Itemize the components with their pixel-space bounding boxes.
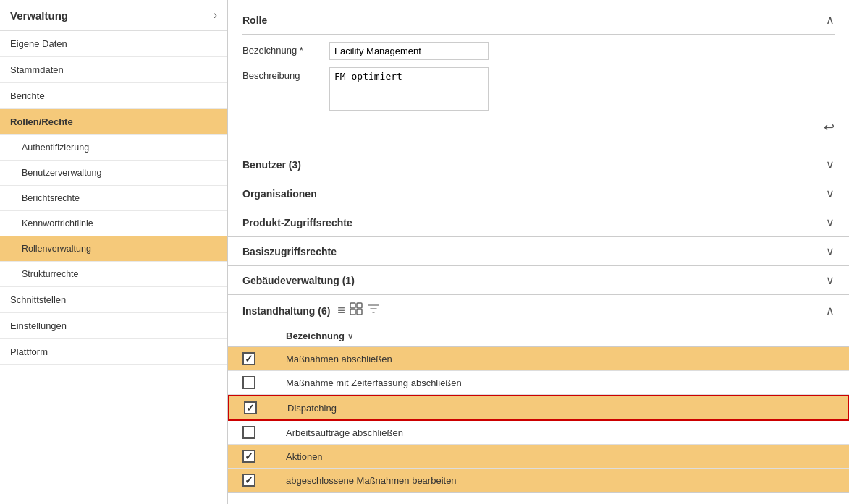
table-row-row-1[interactable]: ✓Maßnahmen abschließen bbox=[228, 347, 849, 371]
rolle-collapse-icon[interactable]: ∧ bbox=[826, 13, 835, 27]
accordion-header-benutzer[interactable]: Benutzer (3) ∨ bbox=[228, 150, 849, 179]
checkbox-col-header bbox=[242, 330, 286, 341]
sidebar-item-berichte[interactable]: Berichte bbox=[0, 83, 227, 109]
rolle-section: Rolle ∧ Bezeichnung * Beschreibung FM op… bbox=[228, 0, 849, 150]
sidebar-item-benutzerverwaltung[interactable]: Benutzerverwaltung bbox=[0, 161, 227, 186]
sidebar-item-plattform[interactable]: Plattform bbox=[0, 339, 227, 365]
row-label-row-4: Arbeitsaufträge abschließen bbox=[286, 427, 835, 438]
table-row-row-3[interactable]: ✓Dispatching bbox=[228, 395, 849, 421]
accordion-arrow-organisationen[interactable]: ∨ bbox=[826, 187, 835, 200]
row-checkbox-row-5[interactable]: ✓ bbox=[242, 450, 286, 463]
rolle-title: Rolle bbox=[242, 14, 267, 26]
svg-rect-0 bbox=[350, 303, 355, 308]
svg-rect-3 bbox=[357, 309, 362, 315]
instandhaltung-title: Instandhaltung (6) bbox=[242, 305, 330, 317]
checkbox-row-4[interactable] bbox=[242, 426, 255, 439]
checkmark: ✓ bbox=[245, 450, 253, 462]
accordion-header-basiszugriffsrechte[interactable]: Basiszugriffsrechte ∨ bbox=[228, 237, 849, 265]
sidebar-item-stammdaten[interactable]: Stammdaten bbox=[0, 57, 227, 83]
sidebar-expand-icon[interactable]: › bbox=[214, 9, 217, 22]
checkbox-row-3[interactable]: ✓ bbox=[244, 401, 257, 414]
row-checkbox-row-2[interactable] bbox=[242, 376, 286, 389]
accordion-organisationen: Organisationen ∨ bbox=[228, 179, 849, 208]
accordion-title-benutzer: Benutzer (3) bbox=[242, 159, 301, 171]
instandhaltung-header[interactable]: Instandhaltung (6) ≡ bbox=[228, 295, 849, 326]
filter-icon[interactable] bbox=[367, 302, 380, 319]
sidebar-item-strukturrechte[interactable]: Strukturrechte bbox=[0, 262, 227, 287]
instandhaltung-icons: ≡ bbox=[337, 302, 380, 319]
bezeichnung-row: Bezeichnung * bbox=[242, 42, 835, 60]
table-row-row-6[interactable]: ✓abgeschlossene Maßnahmen bearbeiten bbox=[228, 469, 849, 492]
instandhaltung-header-left: Instandhaltung (6) ≡ bbox=[242, 302, 380, 319]
accordion-header-produkt-zugriffsrechte[interactable]: Produkt-Zugriffsrechte ∨ bbox=[228, 208, 849, 236]
checkbox-row-1[interactable]: ✓ bbox=[242, 352, 255, 365]
accordion-header-organisationen[interactable]: Organisationen ∨ bbox=[228, 179, 849, 208]
svg-rect-2 bbox=[350, 309, 355, 315]
table-row-row-5[interactable]: ✓Aktionen bbox=[228, 445, 849, 469]
checkmark: ✓ bbox=[246, 402, 255, 414]
sidebar-item-schnittstellen[interactable]: Schnittstellen bbox=[0, 287, 227, 313]
row-label-row-2: Maßnahme mit Zeiterfassung abschließen bbox=[286, 377, 835, 388]
row-checkbox-row-1[interactable]: ✓ bbox=[242, 352, 286, 365]
sidebar: Verwaltung › Eigene DatenStammdatenBeric… bbox=[0, 0, 228, 504]
bezeichnung-input[interactable] bbox=[329, 42, 489, 60]
beschreibung-row: Beschreibung FM optimiert bbox=[242, 67, 835, 111]
sort-arrow[interactable]: ∨ bbox=[347, 332, 353, 341]
row-checkbox-row-3[interactable]: ✓ bbox=[244, 401, 287, 414]
row-label-row-1: Maßnahmen abschließen bbox=[286, 354, 835, 364]
checkmark: ✓ bbox=[245, 353, 253, 364]
accordion-header-gebaudeverwaltung[interactable]: Gebäudeverwaltung (1) ∨ bbox=[228, 266, 849, 294]
accordion-basiszugriffsrechte: Basiszugriffsrechte ∨ bbox=[228, 237, 849, 266]
accordion-title-organisationen: Organisationen bbox=[242, 188, 317, 200]
accordion-arrow-produkt-zugriffsrechte[interactable]: ∨ bbox=[826, 215, 835, 229]
instandhaltung-collapse-icon[interactable]: ∧ bbox=[826, 304, 835, 317]
row-label-row-3: Dispatching bbox=[287, 403, 833, 414]
sidebar-title: Verwaltung bbox=[10, 9, 68, 22]
table-row-row-4[interactable]: Arbeitsaufträge abschließen bbox=[228, 421, 849, 445]
accordion-arrow-basiszugriffsrechte[interactable]: ∨ bbox=[826, 244, 835, 258]
accordion-gebaudeverwaltung: Gebäudeverwaltung (1) ∨ bbox=[228, 266, 849, 295]
checkbox-row-2[interactable] bbox=[242, 376, 255, 389]
bezeichnung-col-header[interactable]: Bezeichnung ∨ bbox=[286, 330, 835, 341]
instandhaltung-section: Instandhaltung (6) ≡ bbox=[228, 295, 849, 493]
beschreibung-label: Beschreibung bbox=[242, 67, 329, 81]
sidebar-item-rollenverwaltung[interactable]: Rollenverwaltung bbox=[0, 236, 227, 262]
row-checkbox-row-6[interactable]: ✓ bbox=[242, 474, 286, 487]
sidebar-item-berichtsrechte[interactable]: Berichtsrechte bbox=[0, 186, 227, 211]
sidebar-item-kennwortrichtlinie[interactable]: Kennwortrichtlinie bbox=[0, 211, 227, 236]
accordion-title-gebaudeverwaltung: Gebäudeverwaltung (1) bbox=[242, 275, 355, 286]
accordion-title-basiszugriffsrechte: Basiszugriffsrechte bbox=[242, 246, 337, 257]
rolle-header[interactable]: Rolle ∧ bbox=[242, 7, 835, 35]
checkmark: ✓ bbox=[245, 474, 253, 486]
sidebar-item-rollen-rechte[interactable]: Rollen/Rechte bbox=[0, 109, 227, 135]
table-header-row: Bezeichnung ∨ bbox=[228, 326, 849, 347]
accordion-title-produkt-zugriffsrechte: Produkt-Zugriffsrechte bbox=[242, 217, 352, 228]
grid-view-icon[interactable] bbox=[350, 302, 363, 319]
undo-row: ↩ bbox=[242, 116, 835, 138]
beschreibung-textarea[interactable]: FM optimiert bbox=[329, 67, 489, 111]
row-checkbox-row-4[interactable] bbox=[242, 426, 286, 439]
sidebar-item-eigene-daten[interactable]: Eigene Daten bbox=[0, 31, 227, 57]
list-view-icon[interactable]: ≡ bbox=[337, 303, 345, 318]
accordion-benutzer: Benutzer (3) ∨ bbox=[228, 150, 849, 179]
sidebar-item-einstellungen[interactable]: Einstellungen bbox=[0, 313, 227, 339]
svg-rect-1 bbox=[357, 303, 362, 308]
checkbox-row-6[interactable]: ✓ bbox=[242, 474, 255, 487]
row-label-row-6: abgeschlossene Maßnahmen bearbeiten bbox=[286, 475, 835, 486]
main-content: Rolle ∧ Bezeichnung * Beschreibung FM op… bbox=[228, 0, 849, 504]
table-row-row-2[interactable]: Maßnahme mit Zeiterfassung abschließen bbox=[228, 371, 849, 395]
sidebar-item-authentifizierung[interactable]: Authentifizierung bbox=[0, 135, 227, 161]
undo-button[interactable]: ↩ bbox=[824, 119, 835, 135]
checkbox-row-5[interactable]: ✓ bbox=[242, 450, 255, 463]
accordion-arrow-gebaudeverwaltung[interactable]: ∨ bbox=[826, 273, 835, 287]
accordion-produkt-zugriffsrechte: Produkt-Zugriffsrechte ∨ bbox=[228, 208, 849, 237]
sidebar-header: Verwaltung › bbox=[0, 0, 227, 31]
bezeichnung-label: Bezeichnung * bbox=[242, 42, 329, 56]
instandhaltung-table: Bezeichnung ∨ ✓Maßnahmen abschließenMaßn… bbox=[228, 326, 849, 492]
row-label-row-5: Aktionen bbox=[286, 451, 835, 462]
accordion-arrow-benutzer[interactable]: ∨ bbox=[826, 158, 835, 171]
